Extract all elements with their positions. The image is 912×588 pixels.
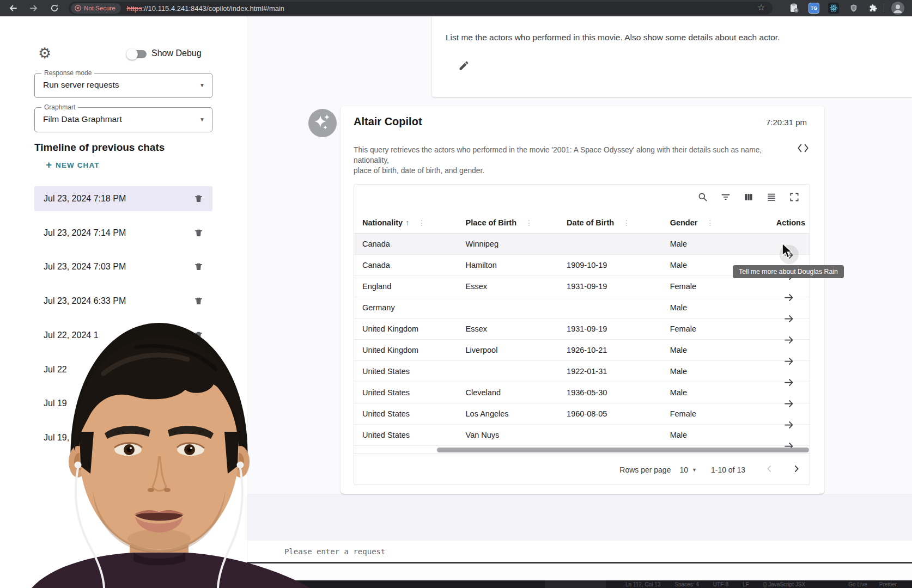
chevron-down-icon: ▼ [199,82,205,88]
row-action-tooltip: Tell me more about Douglas Rain [733,265,844,278]
cell-nationality: United States [354,388,458,397]
filter-icon[interactable] [720,192,731,205]
rows-per-page-label: Rows per page [619,465,671,474]
edit-pencil-icon[interactable] [458,60,470,74]
statusbar-item: LF [743,581,749,587]
horizontal-scrollbar[interactable] [354,446,810,454]
browser-forward-icon[interactable] [27,2,40,15]
extension-shield-icon[interactable] [848,2,860,14]
user-query-text: List me the actors who performed in this… [446,33,892,42]
request-input[interactable] [284,541,884,562]
address-bar[interactable]: Not Secure https://10.115.4.241:8443/cop… [69,2,773,15]
table-row[interactable]: CanadaWinnipegMale [354,234,810,255]
url-rest: ://10.115.4.241:8443/copilot/index.html#… [142,4,284,13]
rows-per-page-value: 10 [679,465,688,474]
cell-place-of-birth: Essex [458,324,559,333]
chat-item-label: Jul 23, 2024 7:14 PM [44,228,126,238]
column-header-place-of-birth[interactable]: Place of Birth⋮ [458,212,559,233]
column-menu-icon[interactable]: ⋮ [706,218,714,227]
screen: Not Secure https://10.115.4.241:8443/cop… [0,0,912,588]
response-mode-value: Run server requests [43,80,119,90]
scrollbar-thumb[interactable] [437,448,809,452]
statusbar-segment [545,580,606,588]
cell-place-of-birth: Los Angeles [458,409,559,418]
column-menu-icon[interactable]: ⋮ [623,218,630,227]
table-row[interactable]: United KingdomLiverpool1926-10-21Male [354,340,810,361]
pagination-range: 1-10 of 13 [711,465,745,474]
column-header-nationality[interactable]: Nationality↑⋮ [354,212,458,233]
statusbar-item: Prettier [879,581,897,587]
fullscreen-icon[interactable] [789,192,800,205]
graphmart-select[interactable]: Graphmart Film Data Graphmart ▼ [34,107,212,132]
not-secure-label: Not Secure [84,5,115,11]
extension-clipboard-icon[interactable] [788,2,800,14]
copilot-sparkle-avatar-icon [308,109,337,137]
table-row[interactable]: United StatesVan NuysMale [354,425,810,446]
sort-asc-icon[interactable]: ↑ [405,218,409,227]
table-row[interactable]: United StatesCleveland1936-05-30Male [354,382,810,403]
chat-history-item[interactable]: Jul 23, 2024 7:18 PM [34,186,212,211]
browser-reload-icon[interactable] [48,2,61,15]
response-description: This query retrieves the actors who perf… [354,145,793,176]
response-mode-select[interactable]: Response mode Run server requests ▼ [34,73,212,98]
column-header-label: Nationality [362,218,403,227]
search-icon[interactable] [697,192,708,205]
table-row[interactable]: EnglandEssex1931-09-19Female [354,276,810,297]
new-chat-button[interactable]: + NEW CHAT [46,160,100,170]
extension-react-icon[interactable] [828,2,840,14]
statusbar-item: Spaces: 4 [674,581,698,587]
trash-icon[interactable] [194,193,203,204]
toggle-thumb [126,48,138,60]
browser-back-icon[interactable] [7,2,20,15]
request-input-row [247,541,912,562]
cell-date-of-birth: 1936-05-30 [558,388,662,397]
not-secure-icon [75,5,81,11]
bookmark-star-icon[interactable]: ☆ [757,2,765,13]
table-row[interactable]: United StatesLos Angeles1960-08-05Female [354,403,810,425]
cell-nationality: United States [354,409,458,418]
statusbar-item: UTF-8 [713,581,728,587]
statusbar-left-items: Ln 112, Col 13Spaces: 4UTF-8LF{} JavaScr… [625,580,805,588]
column-menu-icon[interactable]: ⋮ [525,218,533,227]
editor-statusbar: Ln 112, Col 13Spaces: 4UTF-8LF{} JavaScr… [247,580,912,588]
user-query-card: List me the actors who performed in this… [432,16,912,97]
column-header-actions[interactable]: Actions [767,212,810,233]
cell-gender: Male [662,240,767,248]
column-menu-icon[interactable]: ⋮ [418,218,425,227]
chat-item-label: Jul 23, 2024 7:03 PM [44,262,126,272]
next-page-icon[interactable] [791,463,802,476]
cell-place-of-birth: Van Nuys [458,431,559,439]
results-data-grid: Nationality↑⋮Place of Birth⋮Date of Birt… [354,184,810,485]
table-row[interactable]: GermanyMale [354,297,810,318]
column-header-date-of-birth[interactable]: Date of Birth⋮ [558,212,662,233]
show-debug-toggle[interactable] [127,50,147,58]
column-header-gender[interactable]: Gender⋮ [662,212,767,233]
trash-icon[interactable] [194,261,203,272]
rows-per-page-select[interactable]: 10 ▼ [679,465,697,474]
below-input-area [247,564,912,580]
mouse-cursor [781,243,795,261]
url-scheme: https [127,4,142,13]
columns-icon[interactable] [743,192,754,205]
cell-nationality: England [354,282,458,291]
copilot-title: Altair Copilot [354,115,422,128]
settings-gear-icon[interactable]: ⚙ [38,45,51,62]
graphmart-value: Film Data Graphmart [43,114,122,124]
chat-history-item[interactable]: Jul 23, 2024 7:14 PM [34,220,212,246]
graphmart-label: Graphmart [41,103,78,111]
trash-icon[interactable] [194,228,203,238]
chat-item-label: Jul 23, 2024 7:18 PM [44,194,126,204]
cell-date-of-birth: 1960-08-05 [558,409,662,418]
chat-history-item[interactable]: Jul 23, 2024 7:03 PM [34,254,212,279]
previous-page-icon[interactable] [764,463,775,476]
extensions-puzzle-icon[interactable] [867,2,879,14]
show-code-icon[interactable] [797,143,809,155]
cell-place-of-birth: Cleveland [458,388,559,397]
table-row[interactable]: United KingdomEssex1931-09-19Female [354,318,810,340]
table-row[interactable]: United States1922-01-31Male [354,361,810,382]
density-icon[interactable] [766,192,777,205]
browser-profile-avatar[interactable] [891,2,904,15]
not-secure-badge[interactable]: Not Secure [71,3,121,14]
extension-tg-icon[interactable]: TG [808,2,820,14]
statusbar-right-items: Go LivePrettier [848,580,897,588]
